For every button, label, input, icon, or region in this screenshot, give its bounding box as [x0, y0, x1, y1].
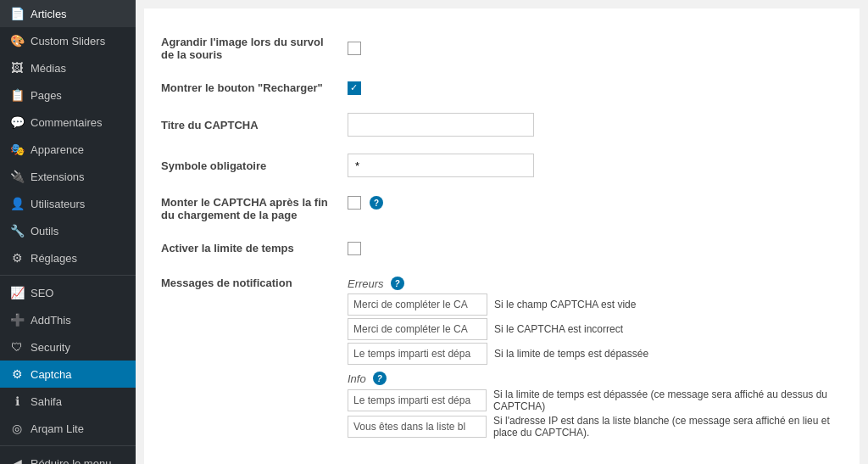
sidebar-item-seo[interactable]: 📈 SEO: [0, 279, 136, 306]
sidebar-item-addthis[interactable]: ➕ AddThis: [0, 306, 136, 333]
info-section: Info ? Si la limite de temps est dépassé…: [348, 372, 843, 439]
titre-captcha-input[interactable]: [348, 113, 534, 137]
sidebar-item-label: AddThis: [31, 314, 71, 327]
sidebar-item-pages[interactable]: 📋 Pages: [0, 81, 136, 109]
error-desc-2: Si le CAPTCHA est incorrect: [494, 323, 623, 335]
articles-icon: 📄: [10, 7, 24, 20]
symbole-row: Symbole obligatoire: [161, 145, 843, 186]
commentaires-icon: 💬: [10, 115, 24, 129]
error-input-3[interactable]: [348, 343, 487, 365]
sidebar-divider-1: [0, 275, 136, 276]
error-input-2[interactable]: [348, 318, 487, 340]
titre-captcha-row: Titre du CAPTCHA: [161, 104, 843, 145]
sidebar-item-label: Réglages: [31, 252, 77, 265]
sidebar-item-reduire[interactable]: ◀ Réduire le menu: [0, 450, 136, 464]
sidebar-item-label: Sahifa: [31, 395, 62, 408]
activer-limite-label: Activer la limite de temps: [161, 242, 294, 254]
agrandir-row: Agrandir l'image lors du survol de la so…: [161, 25, 843, 71]
sidebar-item-label: Arqam Lite: [31, 422, 84, 435]
sidebar-item-label: Utilisateurs: [31, 198, 85, 210]
sidebar-item-label: Captcha: [31, 368, 71, 381]
messages-label: Messages de notification: [161, 277, 292, 289]
erreurs-label: Erreurs ?: [348, 277, 843, 290]
sidebar-item-label: Custom Sliders: [31, 35, 105, 48]
captcha-icon: ⚙: [10, 367, 24, 381]
erreurs-section: Erreurs ? Si le champ CAPTCHA est vide S…: [348, 277, 843, 365]
error-input-1[interactable]: [348, 293, 487, 316]
sidebar-item-label: Extensions: [31, 171, 85, 183]
main-content: Agrandir l'image lors du survol de la so…: [136, 0, 868, 464]
erreurs-help-icon[interactable]: ?: [391, 277, 404, 290]
sidebar: 📄 Articles 🎨 Custom Sliders 🖼 Médias 📋 P…: [0, 0, 136, 464]
arqam-lite-icon: ◎: [10, 422, 24, 435]
info-help-icon[interactable]: ?: [373, 372, 387, 385]
sidebar-divider-2: [0, 445, 136, 446]
addthis-icon: ➕: [10, 313, 24, 327]
settings-panel: Agrandir l'image lors du survol de la so…: [144, 8, 860, 464]
symbole-input[interactable]: [348, 154, 534, 177]
messages-row: Messages de notification Erreurs ? Si le…: [161, 265, 843, 450]
sidebar-item-label: Outils: [31, 225, 58, 238]
sidebar-item-label: SEO: [31, 287, 53, 299]
sidebar-item-medias[interactable]: 🖼 Médias: [0, 54, 136, 81]
info-label: Info ?: [348, 372, 843, 385]
agrandir-checkbox[interactable]: [348, 42, 361, 55]
sidebar-item-outils[interactable]: 🔧 Outils: [0, 217, 136, 244]
error-desc-1: Si le champ CAPTCHA est vide: [494, 299, 636, 310]
monter-captcha-help-icon[interactable]: ?: [370, 196, 383, 210]
activer-limite-row: Activer la limite de temps: [161, 232, 843, 265]
info-desc-2: Si l'adresse IP est dans la liste blanch…: [493, 415, 843, 439]
form-table: Agrandir l'image lors du survol de la so…: [161, 25, 843, 450]
sidebar-item-articles[interactable]: 📄 Articles: [0, 0, 136, 27]
montrer-bouton-row: Montrer le bouton "Recharger": [161, 71, 843, 104]
error-desc-3: Si la limite de temps est dépassée: [494, 348, 648, 360]
sidebar-item-label: Médias: [31, 62, 66, 75]
sidebar-item-commentaires[interactable]: 💬 Commentaires: [0, 109, 136, 136]
seo-icon: 📈: [10, 286, 24, 299]
apparence-icon: 🎭: [10, 143, 24, 156]
sidebar-item-label: Apparence: [31, 143, 84, 156]
titre-captcha-label: Titre du CAPTCHA: [161, 119, 259, 131]
error-row-2: Si le CAPTCHA est incorrect: [348, 318, 843, 340]
sidebar-item-label: Réduire le menu: [31, 457, 111, 465]
sidebar-item-label: Commentaires: [31, 116, 103, 129]
sidebar-item-arqam-lite[interactable]: ◎ Arqam Lite: [0, 415, 136, 442]
monter-captcha-label: Monter le CAPTCHA après la fin du charge…: [161, 196, 328, 221]
sidebar-item-label: Security: [31, 341, 70, 354]
symbole-label: Symbole obligatoire: [161, 159, 266, 172]
pages-icon: 📋: [10, 88, 24, 102]
activer-limite-checkbox[interactable]: [348, 242, 361, 255]
info-desc-1: Si la limite de temps est dépassée (ce m…: [493, 389, 843, 412]
sidebar-item-label: Pages: [31, 89, 62, 102]
custom-sliders-icon: 🎨: [10, 34, 24, 48]
sidebar-item-custom-sliders[interactable]: 🎨 Custom Sliders: [0, 27, 136, 54]
active-indicator: [129, 369, 136, 379]
extensions-icon: 🔌: [10, 170, 24, 183]
info-row-1: Si la limite de temps est dépassée (ce m…: [348, 389, 843, 412]
info-input-2[interactable]: [348, 416, 487, 438]
sidebar-item-extensions[interactable]: 🔌 Extensions: [0, 163, 136, 190]
sidebar-item-security[interactable]: 🛡 Security: [0, 333, 136, 361]
sidebar-item-reglages[interactable]: ⚙ Réglages: [0, 244, 136, 271]
monter-captcha-row: Monter le CAPTCHA après la fin du charge…: [161, 186, 843, 232]
sidebar-item-utilisateurs[interactable]: 👤 Utilisateurs: [0, 190, 136, 217]
outils-icon: 🔧: [10, 224, 24, 238]
montrer-bouton-label: Montrer le bouton "Recharger": [161, 81, 323, 94]
info-input-1[interactable]: [348, 389, 487, 411]
reglages-icon: ⚙: [10, 251, 24, 265]
sidebar-item-label: Articles: [31, 8, 67, 20]
info-row-2: Si l'adresse IP est dans la liste blanch…: [348, 415, 843, 439]
agrandir-label: Agrandir l'image lors du survol de la so…: [161, 36, 324, 61]
error-row-3: Si la limite de temps est dépassée: [348, 343, 843, 365]
medias-icon: 🖼: [10, 61, 24, 75]
monter-captcha-checkbox[interactable]: [348, 196, 361, 210]
sahifa-icon: ℹ: [10, 394, 24, 408]
utilisateurs-icon: 👤: [10, 197, 24, 210]
reduire-icon: ◀: [10, 456, 24, 464]
montrer-bouton-checkbox[interactable]: [348, 81, 361, 95]
sidebar-item-sahifa[interactable]: ℹ Sahifa: [0, 388, 136, 415]
error-row-1: Si le champ CAPTCHA est vide: [348, 293, 843, 316]
security-icon: 🛡: [10, 340, 24, 354]
sidebar-item-captcha[interactable]: ⚙ Captcha: [0, 361, 136, 388]
sidebar-item-apparence[interactable]: 🎭 Apparence: [0, 136, 136, 163]
